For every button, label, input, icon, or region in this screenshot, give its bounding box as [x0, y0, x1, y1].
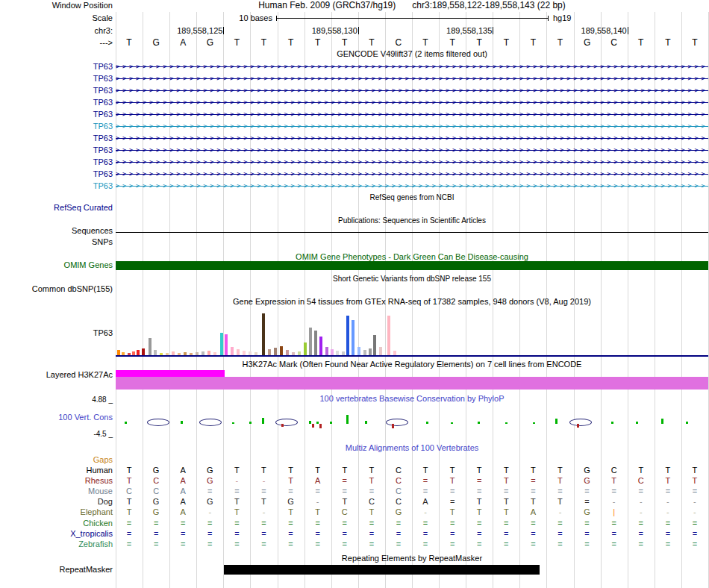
gencode-transcript[interactable]: >>>>>>>>>>>>>>>>>>>>>>>>>>>>>>>>>>>>>>>>… — [116, 97, 708, 108]
conservation-ellipse — [147, 419, 169, 426]
gencode-transcript[interactable]: >>>>>>>>>>>>>>>>>>>>>>>>>>>>>>>>>>>>>>>>… — [116, 133, 708, 144]
species-label-rhesus[interactable]: Rhesus — [0, 476, 113, 486]
gencode-transcript[interactable]: >>>>>>>>>>>>>>>>>>>>>>>>>>>>>>>>>>>>>>>>… — [116, 109, 708, 120]
align-base: C — [385, 476, 412, 486]
species-label-chicken[interactable]: Chicken — [0, 519, 113, 528]
align-base: = — [116, 539, 143, 549]
align-base: = — [278, 539, 304, 549]
gtex-gene-label[interactable]: TP63 — [0, 328, 113, 338]
h3k27ac-band[interactable] — [116, 377, 708, 390]
align-base: = — [278, 529, 304, 539]
base-letter: G — [196, 37, 223, 48]
intron-direction-arrows: >>>>>>>>>>>>>>>>>>>>>>>>>>>>>>>>>>>>>>>>… — [116, 109, 708, 120]
gencode-transcript[interactable]: >>>>>>>>>>>>>>>>>>>>>>>>>>>>>>>>>>>>>>>>… — [116, 73, 708, 84]
align-base: = — [412, 539, 439, 549]
omim-genes-bar[interactable] — [116, 261, 708, 270]
align-base: T — [466, 507, 493, 517]
align-base: = — [681, 529, 708, 539]
base-letter: G — [143, 37, 169, 48]
intron-direction-arrows: >>>>>>>>>>>>>>>>>>>>>>>>>>>>>>>>>>>>>>>>… — [116, 61, 708, 72]
repeatmasker-header[interactable]: Repeating Elements by RepeatMasker — [116, 554, 708, 563]
align-base: = — [519, 529, 546, 539]
gencode-transcript[interactable]: >>>>>>>>>>>>>>>>>>>>>>>>>>>>>>>>>>>>>>>>… — [116, 85, 708, 96]
gencode-gene-label[interactable]: TP63 — [0, 86, 113, 96]
base-letter: A — [169, 37, 196, 48]
gencode-transcript[interactable]: >>>>>>>>>>>>>>>>>>>>>>>>>>>>>>>>>>>>>>>>… — [116, 145, 708, 156]
species-label-human[interactable]: Human — [0, 466, 113, 475]
align-base: T — [519, 497, 546, 507]
align-base: = — [574, 487, 601, 496]
sequences-track-label[interactable]: Sequences — [0, 226, 113, 236]
align-base: - — [250, 507, 277, 517]
intron-direction-arrows: >>>>>>>>>>>>>>>>>>>>>>>>>>>>>>>>>>>>>>>>… — [116, 181, 708, 192]
species-label-mouse[interactable]: Mouse — [0, 487, 113, 496]
gencode-transcript[interactable]: >>>>>>>>>>>>>>>>>>>>>>>>>>>>>>>>>>>>>>>>… — [116, 121, 708, 132]
align-base: = — [546, 529, 573, 539]
common-dbsnp-label[interactable]: Common dbSNP(155) — [0, 284, 113, 294]
species-label-dog[interactable]: Dog — [0, 497, 113, 507]
omim-genes-label[interactable]: OMIM Genes — [0, 260, 113, 270]
gencode-gene-label[interactable]: TP63 — [0, 122, 113, 131]
repeatmasker-element-bar[interactable] — [224, 565, 540, 575]
align-base: = — [250, 487, 277, 496]
conservation-positive — [426, 422, 428, 424]
refseq-header[interactable]: RefSeq genes from NCBI — [116, 193, 708, 202]
assembly-title: Human Feb. 2009 (GRCh37/hg19) — [258, 0, 396, 10]
ruler-tick — [493, 27, 493, 34]
gencode-gene-label[interactable]: TP63 — [0, 134, 113, 143]
align-base: T — [628, 466, 655, 475]
align-base: A — [169, 476, 196, 486]
species-label-elephant[interactable]: Elephant — [0, 507, 113, 517]
align-base: T — [223, 507, 250, 517]
multiz-header[interactable]: Multiz Alignments of 100 Vertebrates — [116, 443, 708, 453]
align-base: = — [304, 539, 331, 549]
h3k27ac-header[interactable]: H3K27Ac Mark (Often Found Near Active Re… — [116, 360, 708, 369]
align-base: T — [331, 497, 358, 507]
gtex-bar — [373, 335, 376, 356]
align-base: T — [493, 507, 519, 517]
snps-track-label[interactable]: SNPs — [0, 237, 113, 247]
align-base: - — [250, 476, 277, 486]
gencode-gene-label[interactable]: TP63 — [0, 62, 113, 72]
align-base: = — [250, 529, 277, 539]
align-base: T — [358, 476, 385, 486]
gencode-gene-label[interactable]: TP63 — [0, 181, 113, 191]
species-label-x-tropicalis[interactable]: X_tropicalis — [0, 529, 113, 539]
conservation-positive — [232, 422, 234, 424]
gencode-transcript[interactable]: >>>>>>>>>>>>>>>>>>>>>>>>>>>>>>>>>>>>>>>>… — [116, 181, 708, 192]
layered-h3k27ac-label[interactable]: Layered H3K27Ac — [0, 370, 113, 380]
align-base: G — [143, 466, 169, 475]
ruler-coordinate: 189,558,130 — [312, 26, 357, 35]
gencode-transcript[interactable]: >>>>>>>>>>>>>>>>>>>>>>>>>>>>>>>>>>>>>>>>… — [116, 61, 708, 72]
gtex-header[interactable]: Gene Expression in 54 tissues from GTEx … — [116, 297, 708, 307]
align-base: - — [304, 497, 331, 507]
publications-header[interactable]: Publications: Sequences in Scientific Ar… — [116, 216, 708, 225]
align-base: = — [358, 487, 385, 496]
gencode-gene-label[interactable]: TP63 — [0, 98, 113, 107]
gencode-gene-label[interactable]: TP63 — [0, 157, 113, 167]
align-base: G — [143, 507, 169, 517]
vert-cons-label[interactable]: 100 Vert. Cons — [0, 413, 113, 422]
align-base: G — [385, 507, 412, 517]
gencode-gene-label[interactable]: TP63 — [0, 74, 113, 84]
intron-direction-arrows: >>>>>>>>>>>>>>>>>>>>>>>>>>>>>>>>>>>>>>>>… — [116, 133, 708, 144]
h3k27ac-peak-segment[interactable] — [116, 370, 225, 377]
align-base: = — [493, 487, 519, 496]
repeatmasker-label[interactable]: RepeatMasker — [0, 565, 113, 575]
gencode-transcript[interactable]: >>>>>>>>>>>>>>>>>>>>>>>>>>>>>>>>>>>>>>>>… — [116, 157, 708, 168]
dbsnp-header[interactable]: Short Genetic Variants from dbSNP releas… — [116, 274, 708, 284]
gencode-gene-label[interactable]: TP63 — [0, 146, 113, 155]
species-label-zebrafish[interactable]: Zebrafish — [0, 539, 113, 549]
gencode-gene-label[interactable]: TP63 — [0, 169, 113, 179]
align-base: = — [223, 539, 250, 549]
refseq-curated-label[interactable]: RefSeq Curated — [0, 203, 113, 213]
align-base: - — [681, 497, 708, 507]
gencode-gene-label[interactable]: TP63 — [0, 110, 113, 119]
align-base: T — [466, 497, 493, 507]
align-base: T — [439, 476, 466, 486]
conservation-negative — [392, 424, 394, 428]
gencode-transcript[interactable]: >>>>>>>>>>>>>>>>>>>>>>>>>>>>>>>>>>>>>>>>… — [116, 169, 708, 180]
phylop-header[interactable]: 100 vertebrates Basewise Conservation by… — [116, 394, 708, 404]
align-base: = — [439, 539, 466, 549]
gencode-header[interactable]: GENCODE V49lift37 (2 items filtered out) — [116, 49, 708, 59]
